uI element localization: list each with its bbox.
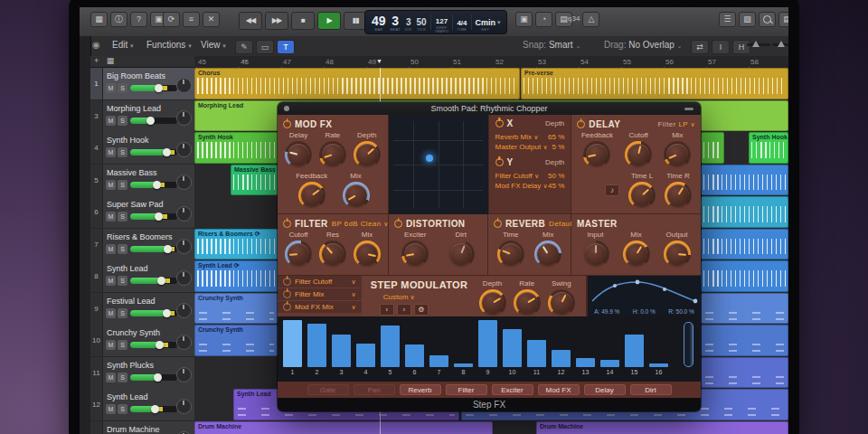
close-icon[interactable] xyxy=(284,106,289,111)
minimize-icon[interactable] xyxy=(684,108,693,110)
volume-slider[interactable] xyxy=(130,310,177,316)
solo-button[interactable]: S xyxy=(118,373,127,382)
catch-icon[interactable]: ◉ xyxy=(92,40,100,50)
mute-button[interactable]: M xyxy=(106,244,116,254)
volume-thumb[interactable] xyxy=(163,309,171,317)
time-l-knob[interactable] xyxy=(628,182,656,209)
track-header[interactable]: 10Crunchy SynthMS xyxy=(90,325,194,357)
mute-button[interactable]: M xyxy=(106,340,116,350)
forward-button[interactable]: ▶▶ xyxy=(265,12,288,30)
y-power-icon[interactable] xyxy=(495,158,504,166)
info-icon[interactable]: ⓘ xyxy=(110,12,127,27)
feedback-knob[interactable] xyxy=(298,182,326,209)
editor-icon[interactable]: ▨ xyxy=(739,12,756,27)
step-bar[interactable] xyxy=(283,320,302,367)
step-sequencer[interactable]: 12345678910111213141516 xyxy=(278,316,701,382)
cutoff-knob[interactable] xyxy=(625,141,652,168)
devices-icon[interactable]: ▦ xyxy=(90,12,108,27)
prev-pattern-button[interactable]: ‹ xyxy=(380,304,394,316)
region[interactable]: Synth Hook xyxy=(749,132,788,164)
step-pattern-select[interactable]: Custom ∨ xyxy=(383,293,468,301)
fx-tab-pan[interactable]: Pan xyxy=(354,384,395,395)
x-assign-row[interactable]: Master Output ∨5 % xyxy=(489,141,571,152)
refresh-icon[interactable]: ⟳ xyxy=(163,12,180,27)
input-knob[interactable] xyxy=(582,241,609,268)
volume-thumb[interactable] xyxy=(153,181,161,189)
region[interactable] xyxy=(701,325,788,356)
target-power-icon[interactable] xyxy=(283,303,291,311)
mod-target-row[interactable]: Filter Cutoff∨ xyxy=(278,276,362,288)
pan-knob[interactable] xyxy=(176,335,192,350)
solo-button[interactable]: S xyxy=(118,244,127,254)
drag-select[interactable]: No Overlap ⌄ xyxy=(628,40,682,50)
region[interactable] xyxy=(701,165,788,196)
pan-knob[interactable] xyxy=(176,142,192,157)
track-header[interactable]: 5Massive BassMS xyxy=(90,165,194,197)
solo-button[interactable]: S xyxy=(118,83,127,93)
volume-slider[interactable] xyxy=(130,85,177,91)
depth-knob[interactable] xyxy=(354,141,381,168)
pan-knob[interactable] xyxy=(176,206,192,222)
mix-knob[interactable] xyxy=(534,241,561,268)
stop-button[interactable]: ■ xyxy=(291,12,315,30)
mod-fx-power-icon[interactable] xyxy=(283,120,291,128)
help-icon[interactable]: ? xyxy=(130,12,147,27)
delay-power-icon[interactable] xyxy=(577,120,585,128)
region[interactable]: Synth Hook xyxy=(194,132,278,164)
fx-tab-delay[interactable]: Delay xyxy=(584,384,626,395)
step-bar[interactable] xyxy=(405,344,424,367)
volume-thumb[interactable] xyxy=(163,148,171,156)
volume-slider[interactable] xyxy=(130,149,177,156)
step-bar[interactable] xyxy=(332,335,351,367)
target-power-icon[interactable] xyxy=(283,278,291,286)
mute-button[interactable]: M xyxy=(106,116,116,126)
horizontal-zoom-slider[interactable] xyxy=(772,40,788,50)
region[interactable]: Drum Machine xyxy=(194,421,493,434)
track-header[interactable]: 13Drum MachineMS xyxy=(90,421,194,434)
marquee-icon[interactable]: ▭ xyxy=(256,40,274,54)
region[interactable]: Synth Lead ⟳ xyxy=(194,260,278,292)
snap-select[interactable]: Smart ⌄ xyxy=(549,40,580,50)
cycle-range-icon[interactable]: ‹ › xyxy=(242,57,247,65)
pan-knob[interactable] xyxy=(176,303,192,318)
region[interactable]: Chorus xyxy=(194,68,520,99)
solo-button[interactable]: S xyxy=(118,212,127,222)
region[interactable]: Crunchy Synth xyxy=(194,325,278,356)
step-bar[interactable] xyxy=(356,344,375,367)
pan-knob[interactable] xyxy=(176,270,192,286)
rewind-button[interactable]: ◀◀ xyxy=(239,12,262,30)
volume-slider[interactable] xyxy=(130,182,177,188)
time-r-knob[interactable] xyxy=(665,182,692,209)
fx-tab-mod-fx[interactable]: Mod FX xyxy=(538,384,580,395)
library-icon[interactable]: ▤ xyxy=(778,12,788,27)
solo-button[interactable]: S xyxy=(118,404,127,414)
delay-knob[interactable] xyxy=(285,141,312,168)
volume-thumb[interactable] xyxy=(146,117,155,125)
gauge-icon[interactable]: ◔ xyxy=(535,12,552,27)
pan-knob[interactable] xyxy=(176,110,192,126)
region[interactable]: Drum Machine xyxy=(536,421,788,434)
step-bar[interactable] xyxy=(454,363,473,367)
track-header[interactable]: 8Synth LeadMS xyxy=(90,260,194,293)
filter-power-icon[interactable] xyxy=(283,220,291,228)
step-bar[interactable] xyxy=(600,360,619,367)
edit-menu[interactable]: Edit ▾ xyxy=(112,40,134,50)
region[interactable] xyxy=(701,293,788,325)
solo-button[interactable]: S xyxy=(118,340,127,350)
envelope-display[interactable]: A: 49.9 %H: 0.0 %R: 50.0 % xyxy=(587,276,701,316)
exciter-knob[interactable] xyxy=(401,241,429,268)
mute-button[interactable]: M xyxy=(106,83,116,93)
functions-menu[interactable]: Functions ▾ xyxy=(146,40,192,50)
volume-thumb[interactable] xyxy=(155,84,163,92)
volume-thumb[interactable] xyxy=(154,373,162,382)
next-pattern-button[interactable]: › xyxy=(397,304,411,316)
y-assign-row[interactable]: Filter Cutoff ∨50 % xyxy=(489,169,571,180)
fx-tab-gate[interactable]: Gate xyxy=(307,384,349,395)
fx-tab-filter[interactable]: Filter xyxy=(446,384,487,395)
volume-slider[interactable] xyxy=(130,374,177,381)
step-bar[interactable] xyxy=(381,326,400,367)
res-knob[interactable] xyxy=(319,241,346,268)
mute-button[interactable]: M xyxy=(106,147,116,157)
filter-preset-select[interactable]: BP 6dB Clean ∨ xyxy=(332,220,389,228)
fx-tab-reverb[interactable]: Reverb xyxy=(400,384,441,395)
